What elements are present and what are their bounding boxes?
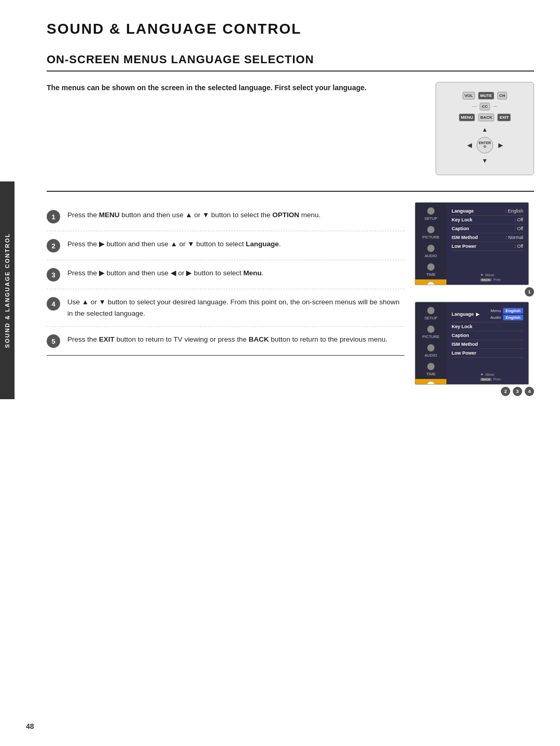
dpad-up-icon: ▲ xyxy=(480,124,490,135)
step-text-3: Press the ▶ button and then use ◀ or ▶ b… xyxy=(67,268,263,279)
exit-btn: EXIT xyxy=(497,114,511,121)
vol-btn: VOL xyxy=(463,92,475,100)
menu-item-picture-2: PICTURE xyxy=(415,323,446,342)
step-2: 2 Press the ▶ button and then use ▲ or ▼… xyxy=(47,231,404,260)
menu-english-btn: English xyxy=(503,308,523,314)
steps-list: 1 Press the MENU button and then use ▲ o… xyxy=(47,202,404,396)
badge-4: 4 xyxy=(525,387,534,396)
page-title: Sound & Language Control xyxy=(47,21,534,37)
step-text-1: Press the MENU button and then use ▲ or … xyxy=(67,209,320,221)
menu-sidebar-1: SETUP PICTURE AUDIO TIME xyxy=(415,203,446,285)
menu-row-lowpower-1: Low Power : Off xyxy=(452,242,523,251)
menu-item-option-active-2: OPTION xyxy=(415,379,446,385)
back-btn: BACK xyxy=(478,114,494,121)
menu-row-caption-2: Caption xyxy=(452,331,523,340)
menu-row-ism-2: ISM Method xyxy=(452,340,523,349)
step-number-4: 4 xyxy=(47,297,60,311)
menu-row-caption-1: Caption : Off xyxy=(452,224,523,233)
step-number-1: 1 xyxy=(47,210,60,223)
menu-item-audio: AUDIO xyxy=(415,242,446,261)
menu-screenshot-1: SETUP PICTURE AUDIO TIME xyxy=(415,202,529,285)
badge-1: 1 xyxy=(525,287,534,297)
menu-row-keylock-1: Key Lock : Off xyxy=(452,216,523,224)
page-number: 48 xyxy=(26,722,34,730)
screenshot-1-container: SETUP PICTURE AUDIO TIME xyxy=(415,202,534,297)
menu-item-setup: SETUP xyxy=(415,205,446,223)
ch-btn: CH xyxy=(497,92,508,100)
menu-item-setup-2: SETUP xyxy=(415,304,446,323)
description-text: The menus can be shown on the screen in … xyxy=(47,82,425,93)
dpad-left-icon: ◀ xyxy=(464,140,474,150)
step-number-2: 2 xyxy=(47,239,60,252)
step-text-2: Press the ▶ button and then use ▲ or ▼ b… xyxy=(67,238,281,250)
badge-group-1: 1 xyxy=(415,287,534,297)
cc-btn: CC xyxy=(480,103,490,110)
dpad-down-icon: ▼ xyxy=(480,156,490,166)
menu-row-language-2: Language ▶ Menu English Audio E xyxy=(452,306,523,322)
menu-row-lowpower-2: Low Power xyxy=(452,349,523,358)
step-text-5: Press the EXIT button to return to TV vi… xyxy=(67,334,387,345)
menu-content-2: Language ▶ Menu English Audio E xyxy=(446,302,528,384)
menu-footer-1: ✦ Move BACK Prev xyxy=(480,273,501,281)
menu-content-1: Language : English Key Lock : Off Captio… xyxy=(446,203,528,285)
screenshot-2-container: SETUP PICTURE AUDIO TIME xyxy=(415,302,534,396)
description-area: The menus can be shown on the screen in … xyxy=(47,82,425,93)
step-5: 5 Press the EXIT button to return to TV … xyxy=(47,327,404,356)
dpad-right-icon: ▶ xyxy=(495,140,506,150)
menu-row-ism-1: ISM Method : Normal xyxy=(452,233,523,242)
menu-item-option-active: OPTION xyxy=(415,279,446,285)
enter-btn: ENTER ⊙ xyxy=(477,137,493,153)
badge-2: 2 xyxy=(501,387,510,396)
badge-group-234: 2 3 4 xyxy=(415,387,534,396)
badge-3: 3 xyxy=(513,387,522,396)
step-1: 1 Press the MENU button and then use ▲ o… xyxy=(47,202,404,231)
screenshots-column: SETUP PICTURE AUDIO TIME xyxy=(415,202,534,396)
step-4: 4 Use ▲ or ▼ button to select your desir… xyxy=(47,289,404,327)
menu-item-audio-2: AUDIO xyxy=(415,342,446,360)
menu-row-language-1: Language : English xyxy=(452,207,523,216)
menu-item-time-2: TIME xyxy=(415,360,446,379)
menu-sidebar-2: SETUP PICTURE AUDIO TIME xyxy=(415,302,446,384)
step-number-5: 5 xyxy=(47,334,60,348)
step-3: 3 Press the ▶ button and then use ◀ or ▶… xyxy=(47,260,404,289)
menu-item-picture: PICTURE xyxy=(415,223,446,242)
menu-footer-2: ✦ Move BACK Prev xyxy=(480,372,501,381)
section-title: On-Screen Menus Language Selection xyxy=(47,53,534,72)
sidebar-label: Sound & Language Control xyxy=(0,181,15,399)
section-separator xyxy=(47,191,534,192)
menu-btn: MENU xyxy=(459,114,475,121)
mute-btn: MUTE xyxy=(478,92,494,100)
dpad: ▲ ◀ ENTER ⊙ ▶ ▼ xyxy=(464,124,506,166)
menu-item-time: TIME xyxy=(415,261,446,279)
sidebar-label-text: Sound & Language Control xyxy=(4,233,10,348)
menu-row-keylock-2: Key Lock xyxy=(452,322,523,331)
menu-screenshot-2: SETUP PICTURE AUDIO TIME xyxy=(415,302,529,385)
step-text-4: Use ▲ or ▼ button to select your desired… xyxy=(67,297,404,319)
step-number-3: 3 xyxy=(47,268,60,281)
remote-illustration: VOL MUTE CH — CC — MENU BACK EXIT xyxy=(436,82,534,175)
audio-english-btn: English xyxy=(503,315,523,320)
